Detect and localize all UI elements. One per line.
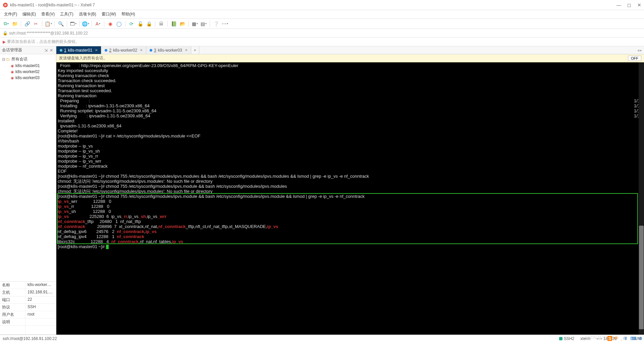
menubar: 文件(F) 编辑(E) 查看(V) 工具(T) 选项卡(B) 窗口(W) 帮助(… bbox=[0, 10, 644, 19]
ime-mic-icon[interactable]: 🎙 bbox=[624, 336, 628, 341]
tile-button[interactable]: ▤ bbox=[200, 20, 208, 28]
ime-settings-icon[interactable]: ⚙ bbox=[639, 336, 643, 341]
swirl-icon[interactable]: ◉ bbox=[106, 20, 114, 28]
session-properties: 名称k8s-worker… 主机192.168.91.… 端口22 协议SSH … bbox=[0, 281, 56, 335]
menu-window[interactable]: 窗口(W) bbox=[99, 10, 119, 18]
properties-button[interactable]: 🗔 bbox=[69, 20, 77, 28]
close-button[interactable]: ✕ bbox=[637, 2, 641, 8]
disconnect-button[interactable]: ✂ bbox=[32, 20, 40, 28]
tab-worker03[interactable]: 3 k8s-worker03 ✕ bbox=[146, 46, 191, 54]
address-bar[interactable]: 🔒 ssh://root:***************@192.168.91.… bbox=[0, 29, 644, 38]
status-connection: ssh://root@192.168.91.100:22 bbox=[3, 336, 57, 341]
prop-name: k8s-worker… bbox=[25, 282, 56, 289]
status-dot-icon bbox=[105, 49, 107, 52]
ime-icon[interactable]: S bbox=[607, 336, 612, 341]
add-tab-button[interactable]: + bbox=[191, 46, 199, 54]
toolbar: ⧉ 📁 🔗 ✂ 📋 🔍 🗔 🌐 A ◉ ◯ ⟳ 🔓 🔒 🏛 📗 📂 ▦ ▤ ❔ … bbox=[0, 19, 644, 29]
ime-keyboard-icon[interactable]: ⌨ bbox=[630, 336, 637, 341]
prop-port: 22 bbox=[25, 296, 56, 303]
menu-tabs[interactable]: 选项卡(B) bbox=[76, 10, 99, 18]
session-manager-header: 会话管理器 ⇲ ✕ bbox=[0, 46, 56, 54]
tab-prev-icon[interactable]: ◂ bbox=[637, 48, 639, 53]
minimize-button[interactable]: — bbox=[616, 2, 621, 8]
ime-comma-icon[interactable]: , bbox=[621, 336, 622, 341]
scrollbar-thumb[interactable] bbox=[639, 226, 644, 329]
session-item-worker02[interactable]: ◉ k8s-worker02 bbox=[0, 69, 56, 75]
window-controls: — ◻ ✕ bbox=[616, 2, 641, 8]
menu-help[interactable]: 帮助(H) bbox=[119, 10, 138, 18]
menu-file[interactable]: 文件(F) bbox=[1, 10, 20, 18]
session-manager-title: 会话管理器 bbox=[2, 47, 22, 53]
menu-edit[interactable]: 编辑(E) bbox=[20, 10, 39, 18]
system-tray: S 中 , 🎙 ⌨ ⚙ bbox=[607, 335, 643, 341]
tab-close-icon[interactable]: ✕ bbox=[140, 48, 143, 52]
help-icon[interactable]: ❔ bbox=[212, 20, 220, 28]
content-area: 1 k8s-master01 ✕ 2 k8s-worker02 ✕ 3 k8s-… bbox=[56, 46, 644, 335]
tab-close-icon[interactable]: ✕ bbox=[95, 48, 98, 52]
folder-icon: 🗀 bbox=[6, 57, 10, 62]
session-item-worker03[interactable]: ◉ k8s-worker03 bbox=[0, 75, 56, 81]
session-icon: ◉ bbox=[11, 70, 14, 74]
session-item-master01[interactable]: ◉ k8s-master01 bbox=[0, 63, 56, 69]
terminal[interactable]: From : http://repo.openeuler.org/openEul… bbox=[56, 62, 644, 335]
prop-user: root bbox=[25, 311, 56, 318]
menu-view[interactable]: 查看(V) bbox=[39, 10, 57, 18]
layout-button[interactable]: ▦ bbox=[191, 20, 199, 28]
flag-icon: ▶ bbox=[3, 40, 6, 44]
prop-proto: SSH bbox=[25, 304, 56, 311]
history-icon[interactable]: 🏛 bbox=[157, 20, 165, 28]
tab-nav: ◂ ▸ bbox=[635, 46, 644, 54]
titlebar: k8s-master01 - root@k8s-master01:~ - Xsh… bbox=[0, 0, 644, 10]
open-session-button[interactable]: 📁 bbox=[11, 20, 19, 28]
new-session-button[interactable]: ⧉ bbox=[2, 20, 10, 28]
session-manager: 会话管理器 ⇲ ✕ ⊟ 🗀 所有会话 ◉ k8s-master01 ◉ k8s-… bbox=[0, 46, 56, 335]
maximize-button[interactable]: ◻ bbox=[627, 2, 631, 8]
window-title: k8s-master01 - root@k8s-master01:~ - Xsh… bbox=[10, 3, 616, 7]
about-button[interactable]: ⋯ bbox=[221, 20, 229, 28]
address-text: ssh://root:***************@192.168.91.10… bbox=[9, 31, 88, 36]
status-term: xterm bbox=[580, 336, 590, 341]
collapse-icon[interactable]: ⊟ bbox=[2, 57, 5, 62]
font-button[interactable]: A bbox=[94, 20, 102, 28]
lock-icon: 🔒 bbox=[3, 31, 8, 36]
tab-strip: 1 k8s-master01 ✕ 2 k8s-worker02 ✕ 3 k8s-… bbox=[56, 46, 644, 54]
ime-lang-icon[interactable]: 中 bbox=[614, 335, 619, 341]
hint-text: 要添加当前会话，点击左侧的箭头按钮。 bbox=[7, 39, 79, 45]
prop-host: 192.168.91.… bbox=[25, 289, 56, 296]
browser-button[interactable]: 🌐 bbox=[82, 20, 90, 28]
status-dot-icon bbox=[150, 49, 152, 52]
refresh-icon[interactable]: ⟳ bbox=[127, 20, 136, 28]
copy-button[interactable]: 📋 bbox=[44, 20, 52, 28]
scrollbar-track[interactable] bbox=[639, 62, 644, 335]
find-button[interactable]: 🔍 bbox=[57, 20, 65, 28]
menu-tools[interactable]: 工具(T) bbox=[57, 10, 76, 18]
pin-icon[interactable]: ⇲ bbox=[43, 48, 49, 53]
tab-worker02[interactable]: 2 k8s-worker02 ✕ bbox=[101, 46, 146, 54]
prop-desc bbox=[25, 319, 56, 326]
folder-icon[interactable]: 📂 bbox=[178, 20, 186, 28]
tab-close-icon[interactable]: ✕ bbox=[185, 48, 187, 52]
tab-next-icon[interactable]: ▸ bbox=[640, 48, 642, 53]
tree-root-label: 所有会话 bbox=[11, 56, 28, 62]
status-bar: ssh://root@192.168.91.100:22 SSH2 xterm … bbox=[0, 335, 644, 342]
hint-bar: ▶ 要添加当前会话，点击左侧的箭头按钮。 bbox=[0, 38, 644, 46]
session-icon: ◉ bbox=[11, 64, 14, 68]
session-icon: ◉ bbox=[11, 76, 14, 80]
lock-open-icon[interactable]: 🔓 bbox=[136, 20, 144, 28]
lock-icon[interactable]: 🔒 bbox=[145, 20, 153, 28]
reconnect-button[interactable]: 🔗 bbox=[23, 20, 31, 28]
tab-master01[interactable]: 1 k8s-master01 ✕ bbox=[56, 46, 101, 54]
xftp-icon[interactable]: 📗 bbox=[170, 20, 178, 28]
circle-icon[interactable]: ◯ bbox=[115, 20, 123, 28]
status-ssh: SSH2 bbox=[559, 336, 574, 341]
app-icon bbox=[3, 2, 8, 8]
broadcast-text: 发送键盘输入的所有会话。 bbox=[59, 55, 107, 61]
main-area: 会话管理器 ⇲ ✕ ⊟ 🗀 所有会话 ◉ k8s-master01 ◉ k8s-… bbox=[0, 46, 644, 335]
status-dot-icon bbox=[60, 49, 62, 52]
tree-root[interactable]: ⊟ 🗀 所有会话 bbox=[0, 56, 56, 63]
close-panel-icon[interactable]: ✕ bbox=[49, 48, 54, 53]
broadcast-toggle[interactable]: OFF bbox=[628, 56, 641, 61]
broadcast-bar: 发送键盘输入的所有会话。 OFF bbox=[56, 54, 644, 62]
session-tree: ⊟ 🗀 所有会话 ◉ k8s-master01 ◉ k8s-worker02 ◉… bbox=[0, 54, 56, 82]
